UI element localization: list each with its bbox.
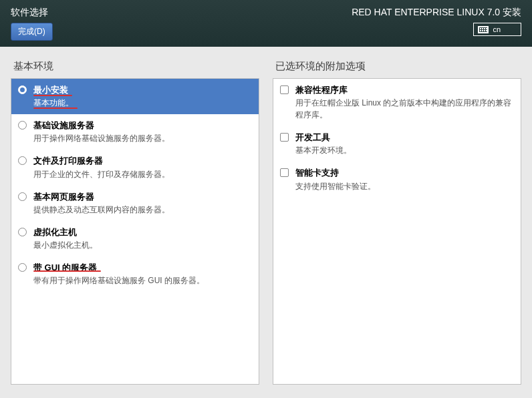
env-item-label: 文件及打印服务器 xyxy=(33,155,252,167)
addon-item-label: 开发工具 xyxy=(295,132,514,144)
env-item-desc: 带有用于操作网络基础设施服务 GUI 的服务器。 xyxy=(33,274,252,286)
base-env-title: 基本环境 xyxy=(11,60,259,73)
header-bar: 软件选择 完成(D) RED HAT ENTERPRISE LINUX 7.0 … xyxy=(0,0,532,47)
env-item-body: 基础设施服务器用于操作网络基础设施服务的服务器。 xyxy=(33,120,252,144)
keyboard-icon xyxy=(478,26,489,33)
env-item-2[interactable]: 文件及打印服务器用于企业的文件、打印及存储服务器。 xyxy=(11,150,259,185)
done-button[interactable]: 完成(D) xyxy=(11,23,53,41)
radio-icon[interactable] xyxy=(18,263,27,272)
env-item-body: 基本网页服务器提供静态及动态互联网内容的服务器。 xyxy=(33,191,252,216)
checkbox-icon[interactable] xyxy=(280,168,289,177)
checkbox-icon[interactable] xyxy=(280,85,289,94)
env-item-5[interactable]: 带 GUI 的服务器带有用于操作网络基础设施服务 GUI 的服务器。 xyxy=(11,256,259,292)
keyboard-indicator[interactable]: cn xyxy=(473,23,521,36)
addon-item-label: 智能卡支持 xyxy=(295,167,514,179)
base-env-panel: 最小安装基本功能。基础设施服务器用于操作网络基础设施服务的服务器。文件及打印服务… xyxy=(11,78,259,385)
keyboard-layout-label: cn xyxy=(493,25,501,33)
radio-icon[interactable] xyxy=(18,156,27,165)
env-item-desc: 基本功能。 xyxy=(33,97,252,109)
env-item-desc: 用于操作网络基础设施服务的服务器。 xyxy=(33,132,252,144)
radio-icon[interactable] xyxy=(18,121,27,130)
env-item-0[interactable]: 最小安装基本功能。 xyxy=(11,79,259,114)
radio-icon[interactable] xyxy=(18,192,27,201)
radio-icon[interactable] xyxy=(18,228,27,236)
addon-item-desc: 基本开发环境。 xyxy=(295,144,514,156)
page-title: 软件选择 xyxy=(11,7,53,19)
env-item-1[interactable]: 基础设施服务器用于操作网络基础设施服务的服务器。 xyxy=(11,114,259,150)
addon-item-1[interactable]: 开发工具基本开发环境。 xyxy=(273,126,521,162)
addon-item-desc: 支持使用智能卡验证。 xyxy=(295,180,514,192)
env-item-body: 虚拟化主机最小虚拟化主机。 xyxy=(33,226,252,251)
addon-item-body: 开发工具基本开发环境。 xyxy=(295,132,514,156)
addon-item-0[interactable]: 兼容性程序库用于在红帽企业版 Linux 的之前版本中构建的应用程序的兼容程序库… xyxy=(273,79,521,126)
env-item-body: 文件及打印服务器用于企业的文件、打印及存储服务器。 xyxy=(33,155,252,180)
addon-item-body: 兼容性程序库用于在红帽企业版 Linux 的之前版本中构建的应用程序的兼容程序库… xyxy=(295,84,514,121)
env-item-desc: 提供静态及动态互联网内容的服务器。 xyxy=(33,204,252,216)
env-item-4[interactable]: 虚拟化主机最小虚拟化主机。 xyxy=(11,221,259,256)
env-item-label: 带 GUI 的服务器 xyxy=(33,262,252,274)
installer-title: RED HAT ENTERPRISE LINUX 7.0 安装 xyxy=(352,7,521,19)
addons-panel: 兼容性程序库用于在红帽企业版 Linux 的之前版本中构建的应用程序的兼容程序库… xyxy=(273,78,521,385)
env-item-label: 虚拟化主机 xyxy=(33,226,252,238)
checkbox-icon[interactable] xyxy=(280,133,289,142)
env-item-label: 基本网页服务器 xyxy=(33,191,252,203)
env-item-desc: 用于企业的文件、打印及存储服务器。 xyxy=(33,168,252,180)
env-item-body: 最小安装基本功能。 xyxy=(33,84,252,109)
addon-item-label: 兼容性程序库 xyxy=(295,84,514,96)
env-item-label: 最小安装 xyxy=(33,84,252,96)
env-item-label: 基础设施服务器 xyxy=(33,120,252,132)
env-item-3[interactable]: 基本网页服务器提供静态及动态互联网内容的服务器。 xyxy=(11,186,259,221)
env-item-desc: 最小虚拟化主机。 xyxy=(33,239,252,251)
addon-item-2[interactable]: 智能卡支持支持使用智能卡验证。 xyxy=(273,162,521,197)
radio-icon[interactable] xyxy=(18,85,27,94)
addon-item-desc: 用于在红帽企业版 Linux 的之前版本中构建的应用程序的兼容程序库。 xyxy=(295,97,514,121)
addon-item-body: 智能卡支持支持使用智能卡验证。 xyxy=(295,167,514,192)
addons-title: 已选环境的附加选项 xyxy=(273,60,521,73)
env-item-body: 带 GUI 的服务器带有用于操作网络基础设施服务 GUI 的服务器。 xyxy=(33,262,252,286)
